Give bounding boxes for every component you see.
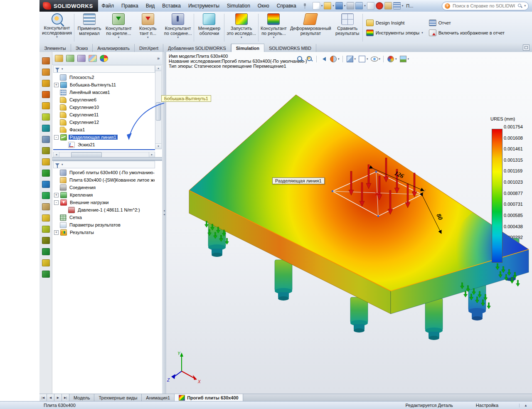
previous-tab-button[interactable]: ◀ xyxy=(47,394,54,402)
splitter-collapse-handle[interactable]: ◄ ◄ xyxy=(162,209,166,217)
dropdown-caret-icon[interactable]: ▾ xyxy=(338,57,340,61)
tree-item[interactable]: Эскиз21 xyxy=(54,141,155,148)
tree-item[interactable]: Скругление6 xyxy=(54,96,155,103)
tree-vertical-scrollbar[interactable]: ▲ ▼ xyxy=(155,65,162,149)
previous-view-button[interactable] xyxy=(319,55,328,63)
tab-dimxpert[interactable]: DimXpert xyxy=(135,44,163,52)
loads-advisor-button[interactable]: Консуль тант п... ▾ xyxy=(133,12,163,43)
design-insight-button[interactable]: Design Insight xyxy=(366,20,423,26)
zoom-area-button[interactable] xyxy=(305,55,314,63)
results-advisor-button[interactable]: Консультант по резуль... ▾ xyxy=(259,12,288,43)
display-style-button[interactable]: ▾ xyxy=(357,54,369,64)
select-pointer-icon[interactable] xyxy=(367,2,374,10)
hide-show-items-button[interactable]: ▾ xyxy=(370,54,381,64)
tree-item[interactable]: Давление-1 (:48611.1 N/m^2:) xyxy=(54,206,155,214)
flyout-toolbar-icon[interactable] xyxy=(42,125,50,132)
dropdown-caret-icon[interactable]: ▾ xyxy=(355,57,356,61)
flyout-toolbar-icon[interactable] xyxy=(42,80,50,87)
flyout-toolbar-icon[interactable] xyxy=(42,57,50,64)
flyout-toolbar-icon[interactable] xyxy=(42,181,50,188)
tab-simulation[interactable]: Simulation xyxy=(231,44,264,52)
status-custom[interactable]: Настройка xyxy=(476,403,498,408)
tree-item[interactable]: Скругление12 xyxy=(54,118,155,126)
dropdown-caret-icon[interactable]: ▾ xyxy=(273,36,275,39)
file-properties-icon[interactable] xyxy=(384,2,392,10)
expand-toggle[interactable]: + xyxy=(54,193,59,197)
apply-material-button[interactable]: Применить материал xyxy=(75,12,104,43)
expand-toggle[interactable]: - xyxy=(54,200,59,205)
tree-item[interactable]: Плита 630x400 (-[SW]Кованное литое жел xyxy=(54,176,155,184)
view-orientation-button[interactable]: ▾ xyxy=(345,54,357,64)
menu-insert[interactable]: Вставка xyxy=(158,1,185,10)
menu-file[interactable]: Файл xyxy=(98,1,118,10)
flyout-toolbar-icon[interactable] xyxy=(42,226,50,233)
flyout-toolbar-icon[interactable] xyxy=(42,91,50,98)
menu-help[interactable]: Справка xyxy=(273,1,300,10)
undo-caret-icon[interactable]: ▾ xyxy=(364,4,366,7)
undo-icon[interactable] xyxy=(355,2,363,10)
tree-item-selected[interactable]: - Разделяющая линия1 xyxy=(54,133,155,141)
status-expand-button[interactable]: ▲ xyxy=(519,404,530,407)
scroll-up-button[interactable]: ▲ xyxy=(155,66,161,71)
edit-appearance-button[interactable]: ▾ xyxy=(386,54,397,64)
filter-caret-icon[interactable]: ▾ xyxy=(62,163,63,166)
tab-addins[interactable]: Добавления SOLIDWORKS xyxy=(163,44,231,52)
search-input[interactable] xyxy=(452,3,516,9)
menu-edit[interactable]: Правка xyxy=(118,1,142,10)
displaymanager-tab-icon[interactable] xyxy=(100,55,108,62)
tree-item[interactable]: Фаска1 xyxy=(54,126,155,133)
help-search-box[interactable]: ? ▾ xyxy=(442,2,529,10)
rebuild-icon[interactable] xyxy=(376,2,383,10)
flyout-toolbar-icon[interactable] xyxy=(42,69,50,76)
open-caret-icon[interactable]: ▾ xyxy=(332,4,334,7)
menu-simulation[interactable]: Simulation xyxy=(223,1,254,10)
flyout-toolbar-icon[interactable] xyxy=(42,237,50,244)
flyout-toolbar-icon[interactable] xyxy=(42,248,50,255)
section-view-button[interactable]: ▾ xyxy=(329,54,340,64)
flyout-toolbar-icon[interactable] xyxy=(42,192,50,199)
run-study-button[interactable]: Запустить это исследо... ▾ xyxy=(225,12,258,43)
dropdown-caret-icon[interactable]: ▾ xyxy=(147,36,149,39)
tree-item[interactable]: - Внешние нагрузки xyxy=(54,199,155,206)
flyout-toolbar-icon[interactable] xyxy=(42,203,50,210)
compare-results-button[interactable]: Сравнить результаты xyxy=(333,12,362,43)
flyout-toolbar-icon[interactable] xyxy=(42,113,50,121)
options-caret-icon[interactable]: ▾ xyxy=(402,4,404,7)
fixtures-advisor-button[interactable]: Консультант по крепле... ▾ xyxy=(104,12,133,43)
graphics-area[interactable]: Имя модели:Плита 630x400 Название исслед… xyxy=(166,52,532,394)
flyout-toolbar-icon[interactable] xyxy=(42,136,50,143)
scroll-down-button[interactable]: ▼ xyxy=(155,143,161,149)
open-icon[interactable] xyxy=(324,2,331,10)
rollback-bar[interactable] xyxy=(53,149,155,150)
menu-tools[interactable]: Инструменты xyxy=(185,1,223,10)
search-icon[interactable] xyxy=(517,3,522,8)
featuremanager-tab-icon[interactable] xyxy=(55,55,63,62)
propertymanager-tab-icon[interactable] xyxy=(66,55,74,62)
options-list-icon[interactable] xyxy=(393,2,401,10)
tab-mbd[interactable]: SOLIDWORKS MBD xyxy=(264,44,316,52)
tree-item[interactable]: Сетка xyxy=(54,214,155,221)
dropdown-caret-icon[interactable]: ▾ xyxy=(177,36,179,39)
tab-model[interactable]: Модель xyxy=(69,394,94,402)
filter-caret-icon[interactable]: ▾ xyxy=(62,67,63,71)
dimxpertmanager-tab-icon[interactable] xyxy=(89,55,97,62)
expand-toggle[interactable]: - xyxy=(54,135,59,140)
dropdown-caret-icon[interactable]: ▾ xyxy=(241,36,242,39)
dropdown-caret-icon[interactable]: ▾ xyxy=(379,57,381,61)
tab-animation[interactable]: Анимация1 xyxy=(142,394,175,402)
dropdown-caret-icon[interactable]: ▾ xyxy=(56,35,58,39)
tree-filter[interactable]: ▾ xyxy=(53,65,155,73)
apply-scene-button[interactable]: ▾ xyxy=(399,54,410,64)
scrollbar-thumb[interactable] xyxy=(156,102,161,121)
tree-item[interactable]: Линейный массив1 xyxy=(54,89,155,96)
tree-item[interactable]: + Результаты xyxy=(54,229,155,236)
connections-advisor-button[interactable]: Консультант по соедине... ▾ xyxy=(163,12,194,43)
pin-menu-icon[interactable] xyxy=(303,3,307,9)
study-advisor-button[interactable]: Консультант исследования ▾ xyxy=(40,12,74,43)
flyout-toolbar-icon[interactable] xyxy=(42,147,50,154)
tree-item[interactable]: Прогиб плиты 630x400 (-По умолчанию-) xyxy=(54,169,155,176)
include-image-button[interactable]: Включить изображение в отчет xyxy=(429,30,505,36)
panel-splitter[interactable] xyxy=(52,157,162,161)
plot-tools-button[interactable]: Инструменты эпюры ▾ xyxy=(366,30,423,36)
flyout-toolbar-icon[interactable] xyxy=(42,158,50,165)
